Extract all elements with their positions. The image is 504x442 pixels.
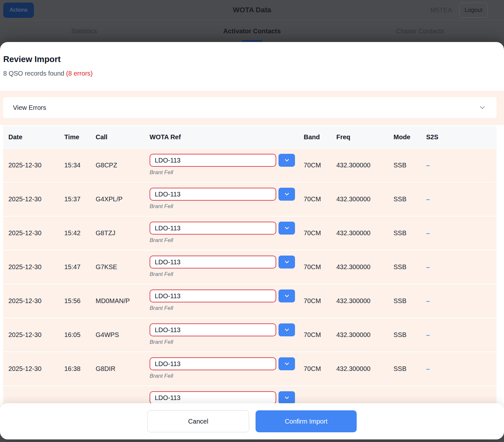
wota-ref-input[interactable] [150,188,276,201]
column-header-s2s: S2S [426,133,497,141]
wota-ref-input[interactable] [150,154,276,167]
call-cell: G4WPS [96,331,150,339]
column-header-band: Band [304,133,336,141]
band-cell: 70CM [304,263,336,271]
view-errors-accordion[interactable]: View Errors [3,97,497,118]
chevron-down-icon [284,327,290,333]
wota-ref-input[interactable] [150,357,276,370]
date-cell: 2025-12-30 [8,297,64,305]
tab-activator-contacts-label: Activator Contacts [223,27,281,35]
freq-cell: 432.300000 [336,297,394,305]
call-cell: G7KSE [96,263,150,271]
logout-button[interactable]: Logout [459,3,488,18]
summit-name: Brant Fell [150,305,304,311]
time-cell: 16:38 [64,365,96,373]
s2s-cell: – [426,263,497,271]
app-title: WOTA Data [0,6,504,14]
call-cell: MD0MAN/P [96,297,150,305]
wota-ref-input[interactable] [150,256,276,268]
freq-cell: 432.300000 [336,162,394,169]
wota-ref-dropdown-button[interactable] [278,256,295,268]
mode-cell: SSB [394,229,426,237]
date-cell: 2025-12-30 [8,263,64,271]
tab-activator-contacts[interactable]: Activator Contacts [168,20,336,42]
wota-ref-cell: Brant Fell [150,318,304,345]
confirm-import-button[interactable]: Confirm Import [256,410,357,432]
qso-table: Date Time Call WOTA Ref Band Freq Mode S… [3,125,497,419]
time-cell: 16:05 [64,331,96,339]
wota-ref-input[interactable] [150,222,276,235]
call-cell: G8CPZ [96,162,150,169]
s2s-cell: – [426,195,497,203]
time-cell: 15:56 [64,297,96,305]
time-cell: 15:37 [64,195,96,203]
wota-ref-dropdown-button[interactable] [278,154,295,167]
wota-ref-input[interactable] [150,391,276,404]
mode-cell: SSB [394,195,426,203]
call-cell: G8TZJ [96,229,150,237]
cancel-button[interactable]: Cancel [147,410,249,432]
table-body: 2025-12-30 15:34 G8CPZ Brant Fell 70CM 4… [3,148,497,419]
band-cell: 70CM [304,297,336,305]
mode-cell: SSB [394,365,426,373]
mode-cell: SSB [394,263,426,271]
main-tabs: Statistics Activator Contacts Chaser Con… [0,20,504,42]
table-row: 2025-12-30 15:56 MD0MAN/P Brant Fell 70C… [3,284,497,318]
wota-ref-cell: Brant Fell [150,183,304,210]
column-header-time: Time [64,133,96,141]
s2s-cell: – [426,365,497,373]
date-cell: 2025-12-30 [8,162,64,169]
call-cell: G4XPL/P [96,195,150,203]
mode-cell: SSB [394,162,426,169]
column-header-freq: Freq [336,133,394,141]
tab-statistics[interactable]: Statistics [0,20,168,42]
band-cell: 70CM [304,229,336,237]
table-row: 2025-12-30 15:34 G8CPZ Brant Fell 70CM 4… [3,148,497,182]
errors-section: View Errors [0,91,504,125]
call-cell: G8DIR [96,365,150,373]
band-cell: 70CM [304,365,336,373]
table-row: 2025-12-30 15:42 G8TZJ Brant Fell 70CM 4… [3,216,497,250]
tab-chaser-contacts[interactable]: Chaser Contacts [336,20,504,42]
wota-ref-dropdown-button[interactable] [278,357,295,370]
table-row: 2025-12-30 15:37 G4XPL/P Brant Fell 70CM… [3,182,497,216]
modal-header: Review Import 8 QSO records found (8 err… [0,42,504,91]
date-cell: 2025-12-30 [8,365,64,373]
table-row: 2025-12-30 16:05 G4WPS Brant Fell 70CM 4… [3,318,497,352]
error-count: (8 errors) [66,70,93,77]
records-summary: 8 QSO records found (8 errors) [3,70,501,77]
wota-ref-dropdown-button[interactable] [278,188,295,201]
band-cell: 70CM [304,331,336,339]
chevron-down-icon [284,361,290,367]
s2s-cell: – [426,297,497,305]
summit-name: Brant Fell [150,373,304,379]
wota-ref-input[interactable] [150,289,276,302]
wota-ref-cell: Brant Fell [150,250,304,278]
wota-ref-dropdown-button[interactable] [278,222,295,235]
mode-cell: SSB [394,331,426,339]
wota-ref-dropdown-button[interactable] [278,289,295,302]
wota-ref-cell: Brant Fell [150,216,304,244]
band-cell: 70CM [304,195,336,203]
table-row: 2025-12-30 16:38 G8DIR Brant Fell 70CM 4… [3,352,497,385]
app-header: Actions WOTA Data M5TEA Logout [0,0,504,20]
actions-button[interactable]: Actions [3,3,34,18]
wota-ref-cell: Brant Fell [150,149,304,176]
modal-footer: Cancel Confirm Import [0,403,504,439]
wota-ref-input[interactable] [150,323,276,336]
date-cell: 2025-12-30 [8,195,64,203]
header-right-group: M5TEA Logout [430,3,488,18]
wota-ref-dropdown-button[interactable] [278,391,295,404]
time-cell: 15:34 [64,162,96,169]
wota-ref-cell: Brant Fell [150,352,304,379]
s2s-cell: – [426,162,497,169]
freq-cell: 432.300000 [336,331,394,339]
wota-ref-dropdown-button[interactable] [278,323,295,336]
wota-ref-cell: Brant Fell [150,284,304,311]
chevron-down-icon [284,191,290,197]
table-row: 2025-12-30 15:47 G7KSE Brant Fell 70CM 4… [3,250,497,284]
summit-name: Brant Fell [150,203,304,210]
view-errors-label: View Errors [13,104,46,111]
summit-name: Brant Fell [150,339,304,345]
chevron-down-icon [478,104,486,111]
